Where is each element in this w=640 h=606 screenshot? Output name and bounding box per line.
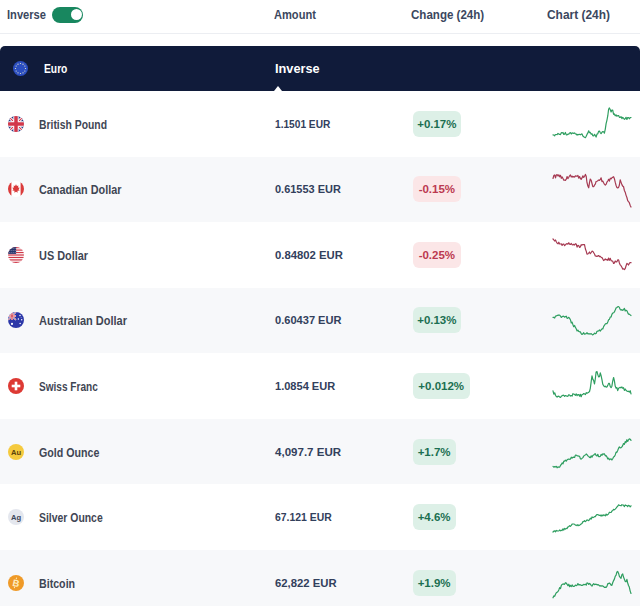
svg-text:Au: Au	[10, 448, 20, 457]
svg-text:Ag: Ag	[10, 513, 20, 522]
